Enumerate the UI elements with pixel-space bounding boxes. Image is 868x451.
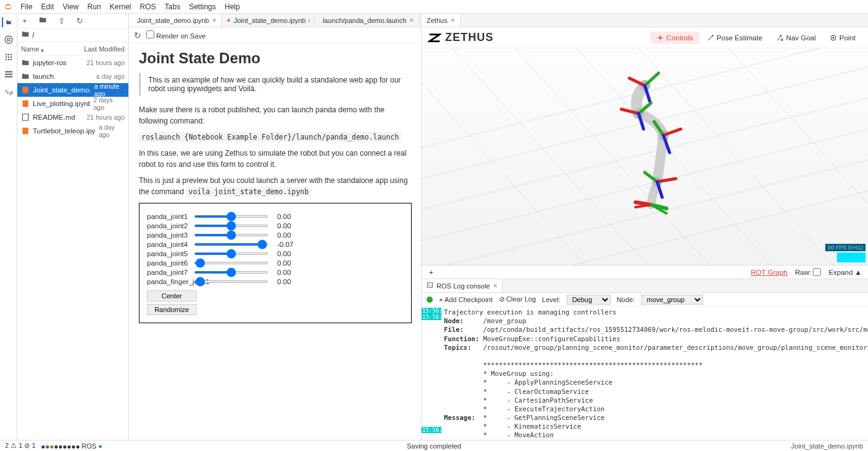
node-select[interactable]: move_group xyxy=(641,295,703,305)
reload-icon[interactable]: ↻ xyxy=(134,30,141,40)
refresh-icon[interactable]: ↻ xyxy=(76,16,83,25)
close-icon[interactable]: × xyxy=(212,16,216,25)
svg-point-5 xyxy=(10,54,12,56)
joint-slider-row: panda_joint10.00 xyxy=(147,213,404,220)
svg-point-3 xyxy=(5,54,7,56)
menu-run[interactable]: Run xyxy=(83,2,105,11)
svg-point-6 xyxy=(5,56,7,58)
joint-slider-row: panda_finger_joint10.00 xyxy=(147,278,404,285)
tab-ros-log[interactable]: ROS Log console× xyxy=(422,279,503,292)
svg-rect-16 xyxy=(22,100,28,107)
joint-slider[interactable] xyxy=(194,234,268,236)
randomize-button[interactable]: Randomize xyxy=(147,304,197,315)
close-icon[interactable]: × xyxy=(451,16,455,25)
menu-bar: File Edit View Run Kernel ROS Tabs Setti… xyxy=(0,0,868,14)
joint-slider[interactable] xyxy=(194,271,268,274)
tool-pose-estimate[interactable]: Pose Estimate xyxy=(701,32,769,44)
page-title: Joint State Demo xyxy=(139,50,411,67)
menu-file[interactable]: File xyxy=(16,2,37,11)
svg-rect-15 xyxy=(22,87,28,94)
joint-sliders-box: panda_joint10.00panda_joint20.00panda_jo… xyxy=(139,203,412,323)
fps-graph xyxy=(837,252,866,262)
menu-help[interactable]: Help xyxy=(220,2,244,11)
svg-rect-20 xyxy=(228,19,230,21)
list-item[interactable]: Joint_state_demo.ipynba minute ago xyxy=(17,83,128,97)
raw-toggle[interactable]: Raw: xyxy=(795,268,821,276)
new-folder-icon[interactable] xyxy=(38,16,47,26)
console-toolbar: + Add Checkpoint ⊘ Clear Log Level: Debu… xyxy=(422,293,868,306)
joint-slider[interactable] xyxy=(194,215,268,218)
tool-point[interactable]: Point xyxy=(823,32,862,44)
add-display-button[interactable]: + xyxy=(429,269,433,276)
svg-point-23 xyxy=(781,38,782,40)
menu-tabs[interactable]: Tabs xyxy=(161,2,185,11)
svg-line-43 xyxy=(645,73,658,86)
list-item[interactable]: README.md21 hours ago xyxy=(17,110,128,124)
col-modified[interactable]: Last Modified xyxy=(84,45,125,53)
status-bar: 2 ⚠ 1 ⊘ 1 ROS ● Saving completed Joint_s… xyxy=(0,440,868,451)
new-launcher-icon[interactable]: + xyxy=(22,16,27,25)
upload-icon[interactable]: ⇧ xyxy=(58,16,65,25)
status-ros[interactable]: ROS ● xyxy=(41,442,103,450)
extensions-icon[interactable] xyxy=(4,87,14,97)
svg-rect-18 xyxy=(22,128,28,135)
3d-viewport[interactable]: 60 FPS (0-61) xyxy=(422,48,868,265)
menu-edit[interactable]: Edit xyxy=(37,2,58,11)
console-output[interactable]: 15:56:4615:56:4615:56:4515:56:46 Traject… xyxy=(422,306,868,440)
zethus-logo: ZETHUS xyxy=(428,31,494,45)
folder-icon[interactable] xyxy=(2,17,12,27)
center-button[interactable]: Center xyxy=(147,290,197,301)
para-voila: This is just a preview but you could lau… xyxy=(139,175,411,197)
fps-counter: 60 FPS (0-61) xyxy=(825,244,866,251)
editor-tab[interactable]: Joint_state_demo.ipynb× xyxy=(129,14,222,27)
svg-point-11 xyxy=(10,59,12,61)
joint-slider[interactable] xyxy=(194,243,268,246)
status-problems[interactable]: 2 ⚠ 1 ⊘ 1 xyxy=(5,442,36,450)
col-name[interactable]: Name xyxy=(21,45,44,53)
joint-slider[interactable] xyxy=(194,225,268,227)
joint-slider-row: panda_joint60.00 xyxy=(147,259,404,267)
breadcrumb-root[interactable]: / xyxy=(32,31,34,40)
svg-point-10 xyxy=(7,59,9,61)
svg-rect-2 xyxy=(7,38,10,41)
list-item[interactable]: Live_plotting.ipynb2 days ago xyxy=(17,97,128,110)
para-launch: Make sure there is a robot published, yo… xyxy=(139,104,411,127)
close-icon[interactable]: × xyxy=(410,16,414,25)
editor-tab[interactable]: Joint_state_demo.ipynb xyxy=(222,14,314,27)
jupyter-logo-icon xyxy=(3,2,13,12)
clear-log-button[interactable]: ⊘ Clear Log xyxy=(499,295,536,303)
file-list-header[interactable]: Name Last Modified xyxy=(17,42,128,56)
list-item[interactable]: Turtlebot_teleop.ipynba day ago xyxy=(17,124,128,138)
commands-icon[interactable] xyxy=(4,69,14,79)
list-item[interactable]: launcha day ago xyxy=(17,69,128,83)
terminal-icon xyxy=(427,282,433,290)
tab-zethus[interactable]: Zethus× xyxy=(422,14,461,27)
editor-tab-bar: Joint_state_demo.ipynb×Joint_state_demo.… xyxy=(129,14,421,27)
tool-controls[interactable]: Controls xyxy=(650,32,699,44)
menu-ros[interactable]: ROS xyxy=(136,2,161,11)
svg-rect-17 xyxy=(22,114,28,121)
expand-button[interactable]: Expand ▲ xyxy=(828,269,862,276)
joint-slider[interactable] xyxy=(194,280,268,283)
joint-slider[interactable] xyxy=(194,252,268,255)
render-on-save[interactable]: Render on Save xyxy=(146,30,206,40)
menu-kernel[interactable]: Kernel xyxy=(105,2,136,11)
running-icon[interactable] xyxy=(4,35,14,45)
svg-point-8 xyxy=(10,56,12,58)
file-browser-toolbar: + ⇧ ↻ xyxy=(17,14,128,29)
rqt-graph-link[interactable]: RQT Graph xyxy=(751,269,787,276)
joint-slider[interactable] xyxy=(194,262,268,264)
tool-nav-goal[interactable]: Nav Goal xyxy=(770,32,822,44)
menu-view[interactable]: View xyxy=(58,2,83,11)
ros-icon[interactable] xyxy=(4,52,14,62)
level-select[interactable]: Debug xyxy=(567,295,611,305)
editor-tab[interactable]: launch/panda_demo.launch× xyxy=(314,14,419,27)
list-item[interactable]: jupyter-ros21 hours ago xyxy=(17,56,128,69)
menu-settings[interactable]: Settings xyxy=(185,2,220,11)
notebook-toolbar: ↻ Render on Save xyxy=(129,27,421,43)
breadcrumb[interactable]: / xyxy=(17,29,128,42)
notebook-panel: Joint_state_demo.ipynb×Joint_state_demo.… xyxy=(129,14,422,440)
svg-point-9 xyxy=(5,59,7,61)
close-icon[interactable]: × xyxy=(493,282,497,290)
add-checkpoint-button[interactable]: + Add Checkpoint xyxy=(439,296,493,303)
